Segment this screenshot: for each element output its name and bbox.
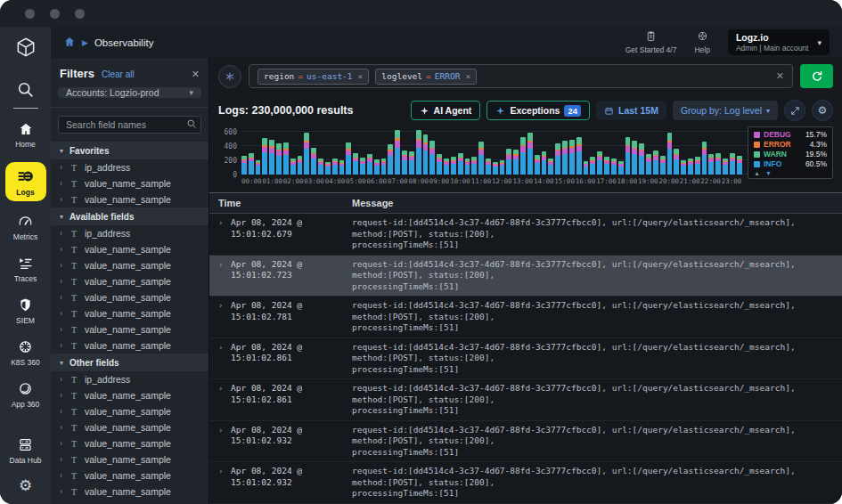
histogram-bar[interactable]: [402, 150, 407, 175]
field-list-item[interactable]: › T value_name_sample: [51, 387, 208, 403]
histogram-bar[interactable]: [590, 157, 595, 175]
histogram-bar[interactable]: [500, 160, 505, 175]
field-list-item[interactable]: › T value_name_sample: [51, 419, 208, 435]
column-header-time[interactable]: Time: [218, 198, 352, 208]
field-list-item[interactable]: › T value_name_sample: [51, 175, 208, 191]
histogram-bar[interactable]: [416, 130, 421, 175]
histogram-bar[interactable]: [584, 161, 589, 175]
breadcrumb-page[interactable]: Observability: [94, 37, 153, 48]
field-search-input[interactable]: [66, 119, 186, 130]
histogram-bar[interactable]: [695, 157, 700, 175]
histogram-bar[interactable]: [737, 156, 742, 175]
field-list-item[interactable]: › T value_name_sample: [51, 305, 208, 321]
histogram-bar[interactable]: [535, 155, 540, 175]
histogram-bar[interactable]: [506, 149, 511, 175]
histogram-bar[interactable]: [520, 137, 526, 175]
histogram-bar[interactable]: [339, 160, 345, 175]
log-table-row[interactable]: › Apr 08, 2024 @ 15:01:02.679 request-id…: [209, 214, 842, 256]
legend-item[interactable]: INFO 60.5%: [754, 159, 827, 168]
field-section-header[interactable]: ▾ Other fields: [51, 354, 208, 371]
chip-remove-icon[interactable]: ×: [358, 71, 364, 81]
histogram-bar[interactable]: [304, 133, 309, 175]
expand-row-icon[interactable]: ›: [218, 425, 231, 459]
field-list-item[interactable]: › T ip_address: [51, 371, 208, 387]
field-section-header[interactable]: ▾ Available fields: [51, 207, 208, 225]
field-list-item[interactable]: › T value_name_sample: [51, 191, 208, 207]
field-list-item[interactable]: › T value_name_sample: [51, 435, 208, 451]
sidebar-item-app-360[interactable]: App 360: [12, 380, 40, 409]
field-section-header[interactable]: ▾ Favorites: [51, 142, 208, 159]
histogram-bar[interactable]: [409, 151, 414, 175]
sort-ascending-icon[interactable]: ▲: [754, 170, 760, 176]
histogram-bar[interactable]: [681, 160, 686, 175]
get-started-button[interactable]: Get Started 4/7: [625, 30, 677, 54]
log-table-row[interactable]: › Apr 08, 2024 @ 15:01:02.932 request-id…: [209, 421, 842, 463]
histogram-bar[interactable]: [374, 159, 380, 175]
histogram-bar[interactable]: [437, 154, 442, 175]
histogram-bar[interactable]: [486, 159, 491, 175]
histogram-bar[interactable]: [548, 159, 553, 175]
log-table-row[interactable]: › Apr 08, 2024 @ 15:01:02.723 request-id…: [209, 256, 842, 297]
log-table-row[interactable]: › Apr 08, 2024 @ 15:01:02.781 request-id…: [209, 297, 842, 338]
histogram-bar[interactable]: [290, 159, 296, 175]
field-list-item[interactable]: › T value_name_sample: [51, 241, 208, 257]
histogram-bar[interactable]: [360, 158, 365, 175]
field-list-item[interactable]: › T value_name_sample: [51, 403, 208, 419]
histogram-bar[interactable]: [625, 137, 631, 175]
histogram-bar[interactable]: [256, 160, 261, 175]
home-breadcrumb-icon[interactable]: [63, 36, 76, 50]
expand-row-icon[interactable]: ›: [218, 466, 231, 500]
histogram-bar[interactable]: [471, 157, 477, 175]
expand-row-icon[interactable]: ›: [218, 259, 231, 293]
histogram-bar[interactable]: [555, 143, 560, 175]
clear-all-link[interactable]: Clear all: [102, 69, 135, 79]
expand-row-icon[interactable]: ›: [218, 342, 231, 376]
histogram-bar[interactable]: [632, 141, 637, 175]
field-list-item[interactable]: › T value_name_sample: [51, 337, 208, 354]
sidebar-item-metrics[interactable]: Metrics: [13, 213, 37, 241]
histogram-bar[interactable]: [241, 156, 247, 175]
sidebar-item-k8s-360[interactable]: K8S 360: [11, 338, 40, 367]
histogram-bar[interactable]: [611, 159, 617, 175]
histogram-bar[interactable]: [604, 157, 609, 175]
histogram-bar[interactable]: [262, 138, 267, 175]
expand-chart-button[interactable]: [784, 100, 805, 121]
sort-descending-icon[interactable]: ▼: [765, 170, 772, 176]
histogram-bar[interactable]: [429, 141, 435, 175]
help-button[interactable]: Help: [694, 30, 709, 54]
exceptions-button[interactable]: Exceptions 24: [486, 101, 590, 120]
histogram-bar[interactable]: [653, 150, 658, 175]
histogram-bar[interactable]: [276, 143, 282, 175]
histogram-bar[interactable]: [346, 142, 351, 175]
histogram-bar[interactable]: [708, 154, 714, 175]
field-list-item[interactable]: › T value_name_sample: [51, 451, 208, 467]
histogram-bar[interactable]: [465, 159, 470, 175]
sidebar-item-logs[interactable]: Logs: [5, 162, 46, 201]
field-list-item[interactable]: › T value_name_sample: [51, 500, 208, 504]
histogram-bar[interactable]: [423, 134, 429, 175]
histogram-bar[interactable]: [660, 156, 666, 175]
chip-remove-icon[interactable]: ×: [465, 71, 470, 81]
log-table-row[interactable]: › Apr 08, 2024 @ 15:01:02.932 request-id…: [209, 462, 842, 504]
histogram-bar[interactable]: [381, 159, 387, 175]
time-range-button[interactable]: Last 15M: [596, 101, 666, 120]
histogram-bar[interactable]: [353, 153, 358, 175]
field-list-item[interactable]: › T value_name_sample: [51, 289, 208, 305]
column-header-message[interactable]: Message: [352, 198, 833, 208]
histogram-bar[interactable]: [674, 149, 679, 175]
legend-item[interactable]: ERROR 4.3%: [754, 140, 827, 149]
logzio-logo-icon[interactable]: [14, 36, 37, 59]
field-list-item[interactable]: › T ip_address: [51, 159, 208, 175]
field-list-item[interactable]: › T value_name_sample: [51, 467, 208, 484]
histogram-bar[interactable]: [562, 141, 568, 175]
rail-settings-button[interactable]: ⚙: [19, 478, 32, 493]
field-list-item[interactable]: › T value_name_sample: [51, 273, 208, 289]
histogram-bar[interactable]: [667, 133, 673, 175]
histogram-bar[interactable]: [569, 140, 575, 175]
sidebar-item-home[interactable]: Home: [15, 121, 36, 149]
field-list-item[interactable]: › T value_name_sample: [51, 321, 208, 337]
histogram-bar[interactable]: [527, 133, 533, 175]
histogram-bar[interactable]: [318, 159, 323, 175]
chart-settings-button[interactable]: ⚙: [812, 100, 833, 121]
sidebar-item-siem[interactable]: SIEM: [16, 297, 35, 325]
